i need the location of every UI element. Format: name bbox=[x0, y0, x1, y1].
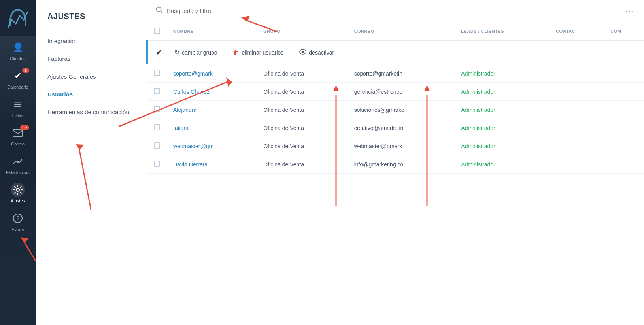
desactivar-button[interactable]: desactivar bbox=[291, 46, 342, 59]
icon-bar: 👤 Clientes 2 ✔ Calendario Listas 25K Cor… bbox=[0, 0, 36, 325]
sidebar-item-listas[interactable]: Listas bbox=[0, 93, 36, 121]
calendario-badge: 2 bbox=[22, 68, 29, 73]
settings-sidebar: AJUSTES Integración Facturas Ajustes Gen… bbox=[36, 0, 146, 325]
eye-icon bbox=[299, 49, 306, 56]
estadisticas-icon bbox=[11, 154, 25, 168]
sidebar-item-usuarios[interactable]: Usuarios bbox=[36, 85, 146, 103]
svg-rect-2 bbox=[14, 104, 21, 105]
user-grupo-6: Oficina de Venta bbox=[257, 155, 347, 174]
users-table: NOMBRE GRUPO CORREO LEADS / CLIENTES CON… bbox=[146, 22, 644, 174]
table-row: soporte@gmark Oficina de Venta soporte@g… bbox=[147, 64, 644, 83]
row-checkbox-5[interactable] bbox=[154, 142, 160, 149]
svg-rect-1 bbox=[14, 102, 21, 103]
col-correo: CORREO bbox=[348, 22, 455, 41]
svg-rect-3 bbox=[14, 106, 21, 107]
sidebar-title: AJUSTES bbox=[36, 12, 146, 32]
user-leads-6: Administrador bbox=[461, 161, 495, 168]
sidebar-item-correo[interactable]: 25K Correo bbox=[0, 121, 36, 149]
user-name-6[interactable]: David Herrera bbox=[173, 161, 208, 168]
correo-badge: 25K bbox=[20, 125, 29, 130]
user-name-5[interactable]: webmaster@gm bbox=[173, 143, 213, 149]
clientes-icon: 👤 bbox=[11, 40, 25, 55]
col-nombre: NOMBRE bbox=[167, 22, 257, 41]
col-leads: LEADS / CLIENTES bbox=[455, 22, 550, 41]
svg-text:?: ? bbox=[16, 215, 19, 221]
select-all-checkbox[interactable] bbox=[154, 28, 160, 34]
ajustes-icon bbox=[11, 183, 25, 197]
svg-point-6 bbox=[16, 188, 19, 191]
user-grupo-2: Oficina de Venta bbox=[257, 83, 347, 101]
user-grupo-3: Oficina de Venta bbox=[257, 101, 347, 119]
refresh-icon: ↻ bbox=[174, 49, 179, 56]
app-logo bbox=[0, 0, 36, 36]
user-leads-1: Administrador bbox=[461, 70, 495, 77]
user-leads-5: Administrador bbox=[461, 143, 495, 149]
sidebar-item-integracion[interactable]: Integración bbox=[36, 32, 146, 50]
users-table-container: NOMBRE GRUPO CORREO LEADS / CLIENTES CON… bbox=[146, 22, 644, 325]
listas-icon bbox=[11, 97, 25, 111]
user-correo-1: soporte@gmarketin bbox=[348, 64, 455, 83]
trash-icon: 🗑 bbox=[233, 49, 240, 56]
sidebar-item-ajustes-generales[interactable]: Ajustes Generales bbox=[36, 68, 146, 85]
eliminar-usuarios-button[interactable]: 🗑 eliminar usuarios bbox=[225, 46, 292, 59]
main-content: ··· NOMBRE GRUPO CORREO LEADS / CLIENTES… bbox=[146, 0, 644, 325]
action-row-cell: ✔ ↻ cambiar grupo 🗑 eliminar usuarios bbox=[147, 41, 644, 64]
col-contacto: CONTAC bbox=[550, 22, 604, 41]
row-checkbox-6[interactable] bbox=[154, 161, 160, 167]
col-checkbox bbox=[147, 22, 167, 41]
sidebar-item-ajustes[interactable]: Ajustes bbox=[0, 178, 36, 206]
user-correo-5: webmaster@gmark bbox=[348, 137, 455, 155]
user-name-2[interactable]: Carlos Chavez bbox=[173, 89, 210, 95]
sidebar-item-ayuda[interactable]: ? Ayuda bbox=[0, 206, 36, 235]
user-leads-3: Administrador bbox=[461, 107, 495, 113]
user-correo-2: gerencia@estrenec bbox=[348, 83, 455, 101]
search-icon bbox=[156, 6, 163, 15]
calendario-label: Calendario bbox=[7, 85, 28, 89]
listas-label: Listas bbox=[12, 113, 24, 118]
svg-point-11 bbox=[302, 51, 304, 53]
svg-point-5 bbox=[17, 161, 19, 163]
ajustes-label: Ajustes bbox=[11, 198, 25, 203]
row-checkbox-4[interactable] bbox=[154, 124, 160, 130]
table-row: David Herrera Oficina de Venta info@gmar… bbox=[147, 155, 644, 174]
clientes-label: Clientes bbox=[10, 56, 26, 61]
user-name-4[interactable]: tatiana bbox=[173, 125, 190, 131]
sidebar-item-estadisticas[interactable]: Estadísticas bbox=[0, 149, 36, 178]
user-grupo-5: Oficina de Venta bbox=[257, 137, 347, 155]
ayuda-icon: ? bbox=[11, 211, 25, 225]
svg-rect-4 bbox=[13, 129, 23, 136]
user-correo-4: creativo@gmarketin bbox=[348, 119, 455, 137]
bulk-check-icon: ✔ bbox=[151, 48, 166, 57]
sidebar-item-clientes[interactable]: 👤 Clientes bbox=[0, 36, 36, 64]
row-checkbox-3[interactable] bbox=[154, 106, 160, 112]
sidebar-item-herramientas[interactable]: Herramientas de comunicación bbox=[36, 103, 146, 121]
col-grupo: GRUPO bbox=[257, 22, 347, 41]
user-correo-3: soluciones@gmarke bbox=[348, 101, 455, 119]
row-checkbox-1[interactable] bbox=[154, 70, 160, 76]
table-row: webmaster@gm Oficina de Venta webmaster@… bbox=[147, 137, 644, 155]
table-row: Alejandra Oficina de Venta soluciones@gm… bbox=[147, 101, 644, 119]
more-options-button[interactable]: ··· bbox=[625, 6, 635, 15]
user-leads-2: Administrador bbox=[461, 89, 495, 95]
search-bar: ··· bbox=[146, 0, 644, 22]
table-row: Carlos Chavez Oficina de Venta gerencia@… bbox=[147, 83, 644, 101]
user-grupo-4: Oficina de Venta bbox=[257, 119, 347, 137]
user-leads-4: Administrador bbox=[461, 125, 495, 131]
user-correo-6: info@gmarketing.co bbox=[348, 155, 455, 174]
col-com: COM bbox=[604, 22, 644, 41]
sidebar-item-calendario[interactable]: 2 ✔ Calendario bbox=[0, 64, 36, 93]
user-grupo-1: Oficina de Venta bbox=[257, 64, 347, 83]
correo-label: Correo bbox=[11, 142, 25, 146]
user-name-1[interactable]: soporte@gmark bbox=[173, 70, 213, 77]
bulk-action-row: ✔ ↻ cambiar grupo 🗑 eliminar usuarios bbox=[147, 41, 644, 64]
ayuda-label: Ayuda bbox=[12, 227, 24, 232]
table-row: tatiana Oficina de Venta creativo@gmarke… bbox=[147, 119, 644, 137]
estadisticas-label: Estadísticas bbox=[6, 170, 29, 175]
cambiar-grupo-button[interactable]: ↻ cambiar grupo bbox=[166, 45, 225, 59]
search-input[interactable] bbox=[167, 8, 285, 14]
user-name-3[interactable]: Alejandra bbox=[173, 107, 196, 113]
sidebar-item-facturas[interactable]: Facturas bbox=[36, 50, 146, 68]
row-checkbox-2[interactable] bbox=[154, 88, 160, 94]
